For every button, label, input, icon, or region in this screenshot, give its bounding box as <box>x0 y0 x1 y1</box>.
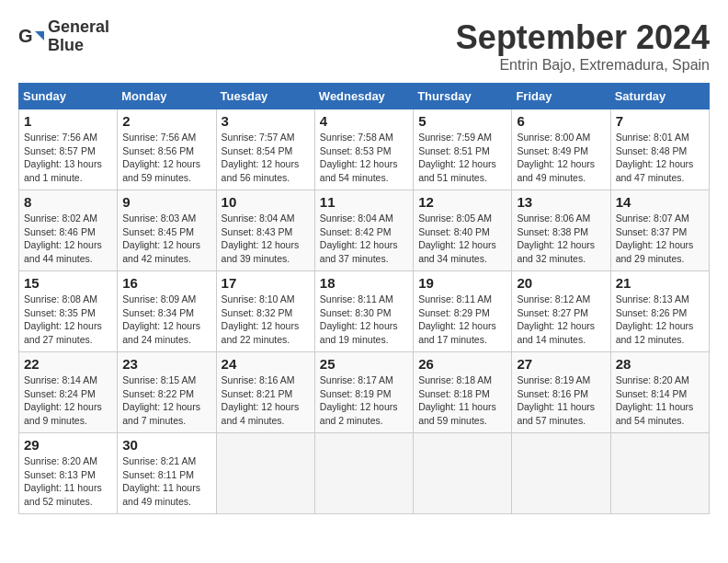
logo-icon: G <box>18 24 44 50</box>
day-number: 16 <box>122 275 210 291</box>
day-number: 9 <box>122 194 210 210</box>
day-info: Sunrise: 8:04 AMSunset: 8:42 PMDaylight:… <box>320 212 408 266</box>
day-info: Sunrise: 8:06 AMSunset: 8:38 PMDaylight:… <box>517 212 605 266</box>
calendar-table: SundayMondayTuesdayWednesdayThursdayFrid… <box>18 83 710 514</box>
days-header-row: SundayMondayTuesdayWednesdayThursdayFrid… <box>19 84 710 109</box>
logo: G General Blue <box>18 18 109 55</box>
day-info: Sunrise: 8:04 AMSunset: 8:43 PMDaylight:… <box>222 212 310 266</box>
day-cell-14: 14Sunrise: 8:07 AMSunset: 8:37 PMDayligh… <box>610 190 709 271</box>
day-info: Sunrise: 8:14 AMSunset: 8:24 PMDaylight:… <box>24 373 112 428</box>
day-info: Sunrise: 8:16 AMSunset: 8:21 PMDaylight:… <box>222 373 310 428</box>
day-cell-22: 22Sunrise: 8:14 AMSunset: 8:24 PMDayligh… <box>19 352 118 433</box>
header-saturday: Saturday <box>610 84 709 109</box>
day-cell-7: 7Sunrise: 8:01 AMSunset: 8:48 PMDaylight… <box>610 109 709 190</box>
day-number: 24 <box>222 356 310 372</box>
day-number: 15 <box>24 275 112 291</box>
month-title: September 2024 <box>456 18 710 57</box>
day-number: 29 <box>24 437 112 453</box>
day-cell-23: 23Sunrise: 8:15 AMSunset: 8:22 PMDayligh… <box>118 352 216 433</box>
empty-cell <box>414 433 512 514</box>
logo-line2: Blue <box>48 37 109 55</box>
day-info: Sunrise: 8:10 AMSunset: 8:32 PMDaylight:… <box>222 293 310 347</box>
day-number: 11 <box>320 194 408 210</box>
day-number: 18 <box>320 275 408 291</box>
day-number: 21 <box>616 275 704 291</box>
day-number: 5 <box>418 113 506 129</box>
header-tuesday: Tuesday <box>216 84 314 109</box>
day-number: 20 <box>517 275 605 291</box>
day-info: Sunrise: 7:59 AMSunset: 8:51 PMDaylight:… <box>418 131 506 185</box>
day-cell-25: 25Sunrise: 8:17 AMSunset: 8:19 PMDayligh… <box>314 352 413 433</box>
day-number: 12 <box>418 194 506 210</box>
day-number: 26 <box>418 356 506 372</box>
day-info: Sunrise: 8:20 AMSunset: 8:13 PMDaylight:… <box>24 454 112 509</box>
svg-text:G: G <box>18 26 33 46</box>
week-row-2: 8Sunrise: 8:02 AMSunset: 8:46 PMDaylight… <box>19 190 710 271</box>
page-header: G General Blue September 2024 Entrin Baj… <box>18 18 710 74</box>
day-number: 25 <box>320 356 408 372</box>
day-info: Sunrise: 8:11 AMSunset: 8:29 PMDaylight:… <box>418 293 506 347</box>
day-cell-27: 27Sunrise: 8:19 AMSunset: 8:16 PMDayligh… <box>512 352 610 433</box>
empty-cell <box>216 433 314 514</box>
day-number: 17 <box>222 275 310 291</box>
day-number: 6 <box>517 113 605 129</box>
day-info: Sunrise: 8:17 AMSunset: 8:19 PMDaylight:… <box>320 373 408 428</box>
day-number: 19 <box>418 275 506 291</box>
day-info: Sunrise: 8:15 AMSunset: 8:22 PMDaylight:… <box>122 373 210 428</box>
day-number: 2 <box>122 113 210 129</box>
day-info: Sunrise: 8:03 AMSunset: 8:45 PMDaylight:… <box>122 212 210 266</box>
empty-cell <box>512 433 610 514</box>
week-row-5: 29Sunrise: 8:20 AMSunset: 8:13 PMDayligh… <box>19 433 710 514</box>
day-number: 10 <box>222 194 310 210</box>
day-cell-15: 15Sunrise: 8:08 AMSunset: 8:35 PMDayligh… <box>19 271 118 352</box>
day-cell-6: 6Sunrise: 8:00 AMSunset: 8:49 PMDaylight… <box>512 109 610 190</box>
header-friday: Friday <box>512 84 610 109</box>
day-cell-21: 21Sunrise: 8:13 AMSunset: 8:26 PMDayligh… <box>610 271 709 352</box>
day-info: Sunrise: 8:07 AMSunset: 8:37 PMDaylight:… <box>616 212 704 266</box>
day-info: Sunrise: 8:11 AMSunset: 8:30 PMDaylight:… <box>320 293 408 347</box>
day-cell-8: 8Sunrise: 8:02 AMSunset: 8:46 PMDaylight… <box>19 190 118 271</box>
logo-line1: General <box>48 18 109 37</box>
day-info: Sunrise: 8:18 AMSunset: 8:18 PMDaylight:… <box>418 373 506 428</box>
day-info: Sunrise: 8:02 AMSunset: 8:46 PMDaylight:… <box>24 212 112 266</box>
day-info: Sunrise: 8:05 AMSunset: 8:40 PMDaylight:… <box>418 212 506 266</box>
day-cell-9: 9Sunrise: 8:03 AMSunset: 8:45 PMDaylight… <box>118 190 216 271</box>
day-cell-17: 17Sunrise: 8:10 AMSunset: 8:32 PMDayligh… <box>216 271 314 352</box>
header-wednesday: Wednesday <box>314 84 413 109</box>
day-number: 22 <box>24 356 112 372</box>
week-row-3: 15Sunrise: 8:08 AMSunset: 8:35 PMDayligh… <box>19 271 710 352</box>
day-cell-11: 11Sunrise: 8:04 AMSunset: 8:42 PMDayligh… <box>314 190 413 271</box>
day-cell-13: 13Sunrise: 8:06 AMSunset: 8:38 PMDayligh… <box>512 190 610 271</box>
day-number: 8 <box>24 194 112 210</box>
day-number: 14 <box>616 194 704 210</box>
day-info: Sunrise: 7:57 AMSunset: 8:54 PMDaylight:… <box>222 131 310 185</box>
day-cell-4: 4Sunrise: 7:58 AMSunset: 8:53 PMDaylight… <box>314 109 413 190</box>
day-info: Sunrise: 8:08 AMSunset: 8:35 PMDaylight:… <box>24 293 112 347</box>
day-cell-28: 28Sunrise: 8:20 AMSunset: 8:14 PMDayligh… <box>610 352 709 433</box>
empty-cell <box>610 433 709 514</box>
day-cell-1: 1Sunrise: 7:56 AMSunset: 8:57 PMDaylight… <box>19 109 118 190</box>
day-number: 4 <box>320 113 408 129</box>
day-number: 23 <box>122 356 210 372</box>
day-number: 13 <box>517 194 605 210</box>
day-cell-10: 10Sunrise: 8:04 AMSunset: 8:43 PMDayligh… <box>216 190 314 271</box>
day-info: Sunrise: 7:58 AMSunset: 8:53 PMDaylight:… <box>320 131 408 185</box>
day-number: 27 <box>517 356 605 372</box>
day-number: 7 <box>616 113 704 129</box>
day-number: 30 <box>122 437 210 453</box>
day-cell-20: 20Sunrise: 8:12 AMSunset: 8:27 PMDayligh… <box>512 271 610 352</box>
day-cell-29: 29Sunrise: 8:20 AMSunset: 8:13 PMDayligh… <box>19 433 118 514</box>
day-cell-26: 26Sunrise: 8:18 AMSunset: 8:18 PMDayligh… <box>414 352 512 433</box>
day-info: Sunrise: 8:19 AMSunset: 8:16 PMDaylight:… <box>517 373 605 428</box>
day-cell-5: 5Sunrise: 7:59 AMSunset: 8:51 PMDaylight… <box>414 109 512 190</box>
empty-cell <box>314 433 413 514</box>
day-cell-12: 12Sunrise: 8:05 AMSunset: 8:40 PMDayligh… <box>414 190 512 271</box>
day-info: Sunrise: 7:56 AMSunset: 8:56 PMDaylight:… <box>122 131 210 185</box>
day-info: Sunrise: 8:20 AMSunset: 8:14 PMDaylight:… <box>616 373 704 428</box>
week-row-1: 1Sunrise: 7:56 AMSunset: 8:57 PMDaylight… <box>19 109 710 190</box>
day-cell-2: 2Sunrise: 7:56 AMSunset: 8:56 PMDaylight… <box>118 109 216 190</box>
day-cell-16: 16Sunrise: 8:09 AMSunset: 8:34 PMDayligh… <box>118 271 216 352</box>
day-info: Sunrise: 8:09 AMSunset: 8:34 PMDaylight:… <box>122 293 210 347</box>
day-number: 28 <box>616 356 704 372</box>
day-info: Sunrise: 8:00 AMSunset: 8:49 PMDaylight:… <box>517 131 605 185</box>
